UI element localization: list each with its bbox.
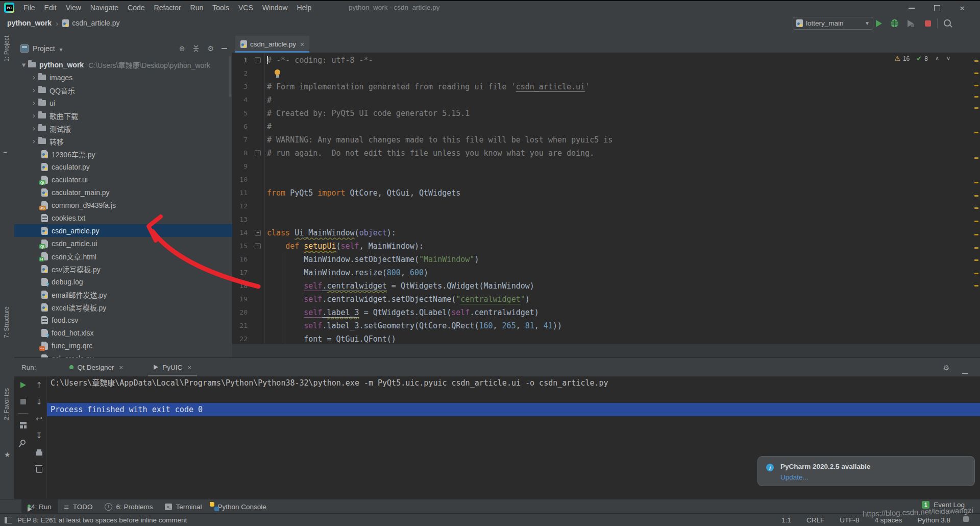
tree-folder-row[interactable]: ›歌曲下载 (14, 109, 232, 122)
tree-file-row[interactable]: csdn_article.py (14, 224, 232, 237)
status-item-4-spaces[interactable]: 4 spaces (874, 516, 902, 524)
code-text[interactable]: # (265, 120, 272, 133)
run-configuration-select[interactable]: lottery_main ▼ (793, 17, 873, 30)
close-tab-icon[interactable]: × (187, 364, 191, 371)
toolwindow-tab-6-problems[interactable]: !6: Problems (99, 499, 159, 514)
down-stack-trace-icon[interactable]: ↓ (32, 393, 46, 410)
menu-item-help[interactable]: Help (292, 4, 316, 12)
run-button[interactable] (876, 20, 882, 27)
status-message[interactable]: PEP 8: E261 at least two spaces before i… (17, 516, 187, 524)
run-tab-pyuic[interactable]: PyUIC× (151, 358, 194, 376)
code-text[interactable] (265, 67, 281, 80)
error-stripe-mark[interactable] (974, 234, 978, 235)
tree-file-row[interactable]: excel读写模板.py (14, 301, 232, 314)
chevron-right-icon[interactable]: › (30, 137, 38, 146)
error-stripe-mark[interactable] (974, 259, 978, 261)
close-tab-icon[interactable]: × (119, 364, 124, 371)
toolwindow-tab-4-run[interactable]: 4: Run (21, 499, 58, 514)
error-stripe-mark[interactable] (974, 195, 978, 197)
code-text[interactable] (265, 200, 267, 213)
menu-item-refactor[interactable]: Refactor (150, 4, 186, 12)
code-text[interactable] (265, 160, 267, 173)
fold-marker-icon[interactable] (248, 54, 265, 67)
code-text[interactable]: # Created by: PyQt5 UI code generator 5.… (265, 107, 470, 120)
status-item-python-3-8[interactable]: Python 3.8 (917, 516, 950, 524)
locate-file-icon[interactable]: ⊕ (179, 44, 185, 53)
project-scrollbar[interactable] (229, 56, 231, 97)
code-text[interactable]: self.centralwidget = QtWidgets.QWidget(M… (265, 279, 534, 293)
chevron-right-icon[interactable]: › (30, 86, 38, 95)
menu-item-file[interactable]: File (19, 4, 40, 12)
editor-tab[interactable]: csdn_article.py × (235, 36, 309, 53)
stop-button[interactable] (925, 20, 931, 27)
code-text[interactable] (265, 213, 267, 226)
error-stripe-mark[interactable] (974, 285, 978, 286)
error-stripe-mark[interactable] (974, 85, 978, 86)
code-text[interactable]: self.label_3.setGeometry(QtCore.QRect(16… (265, 319, 562, 332)
error-stripe-mark[interactable] (974, 60, 978, 62)
breadcrumb-file[interactable]: csdn_article.py (72, 19, 119, 27)
breadcrumb-project[interactable]: python_work (7, 19, 52, 27)
code-text[interactable]: # Form implementation generated from rea… (265, 80, 590, 93)
status-indicator-icon[interactable] (963, 516, 969, 522)
intention-bulb-icon[interactable] (274, 69, 281, 78)
code-area[interactable]: 1# -*- coding: utf-8 -*-23# Form impleme… (232, 53, 980, 345)
code-text[interactable]: MainWindow.resize(800, 600) (265, 266, 428, 279)
rerun-button[interactable] (14, 376, 32, 393)
toolwindow-tab-todo[interactable]: ≡TODO (58, 499, 99, 514)
tool-stripe-project[interactable]: 1: Project (3, 36, 10, 62)
tree-file-row[interactable]: email邮件发送.py (14, 288, 232, 301)
pin-tab-button[interactable] (14, 434, 32, 450)
tree-file-row[interactable]: JScommon_d9439fa.js (14, 199, 232, 211)
error-stripe-mark[interactable] (974, 182, 978, 183)
error-stripe-mark[interactable] (974, 273, 978, 274)
close-icon[interactable]: × (960, 4, 965, 13)
tree-folder-row[interactable]: ›测试版 (14, 122, 232, 135)
inspections-widget[interactable]: ⚠ 16 ✔ 8 ∧ ∨ (894, 55, 950, 62)
tree-folder-row[interactable]: ›QQ音乐 (14, 84, 232, 97)
up-stack-trace-icon[interactable]: ↑ (32, 376, 46, 393)
status-item-1-1[interactable]: 1:1 (781, 516, 791, 524)
menu-item-vcs[interactable]: VCS (234, 4, 258, 12)
error-stripe-mark[interactable] (974, 157, 978, 159)
menu-item-navigate[interactable]: Navigate (86, 4, 123, 12)
code-text[interactable]: from PyQt5 import QtCore, QtGui, QtWidge… (265, 186, 460, 200)
tree-folder-row[interactable]: ›转移 (14, 135, 232, 148)
gear-icon[interactable]: ⚙ (943, 364, 949, 372)
tree-file-row[interactable]: ?food_hot.xlsx (14, 326, 232, 339)
event-log-button[interactable]: 1 Event Log (922, 501, 965, 509)
code-text[interactable]: self.label_3 = QtWidgets.QLabel(self.cen… (265, 306, 539, 319)
code-text[interactable]: class Ui_MainWindow(object): (265, 226, 396, 240)
tree-folder-row[interactable]: ›images (14, 71, 232, 84)
collapse-all-icon[interactable] (192, 45, 200, 52)
tree-file-row[interactable]: ?debug.log (14, 275, 232, 288)
soft-wrap-icon[interactable]: ↩ (32, 410, 46, 427)
code-text[interactable] (265, 173, 267, 186)
menu-item-code[interactable]: Code (123, 4, 149, 12)
update-link[interactable]: Update... (780, 473, 808, 481)
code-text[interactable]: # run again. Do not edit this file unles… (265, 147, 594, 160)
tool-stripe-favorites[interactable]: 2: Favorites (3, 388, 10, 420)
maximize-icon[interactable] (934, 5, 940, 11)
menu-item-window[interactable]: Window (258, 4, 292, 12)
tree-file-row[interactable]: <>func_img.qrc (14, 339, 232, 352)
gear-icon[interactable]: ⚙ (207, 44, 214, 53)
tree-file-row[interactable]: caculator.py (14, 160, 232, 173)
toolwindow-tab-terminal[interactable]: >_Terminal (159, 499, 208, 514)
tree-folder-row[interactable]: ›ui (14, 97, 232, 109)
hide-panel-icon[interactable] (962, 367, 968, 376)
error-stripe-mark[interactable] (974, 221, 978, 222)
minimize-icon[interactable] (909, 8, 915, 9)
tree-file-row[interactable]: caculator_main.py (14, 186, 232, 199)
tree-file-row[interactable]: 12306车票.py (14, 148, 232, 160)
hide-panel-icon[interactable] (222, 48, 227, 49)
error-stripe-mark[interactable] (974, 207, 978, 209)
tree-file-row[interactable]: gcl_oracle.py (14, 352, 232, 357)
code-text[interactable]: self.centralwidget.setObjectName("centra… (265, 293, 530, 306)
chevron-down-icon[interactable]: ▾ (19, 60, 28, 69)
menu-item-run[interactable]: Run (186, 4, 208, 12)
error-stripe-mark[interactable] (974, 132, 978, 133)
toolwindow-tab-python-console[interactable]: Python Console (208, 499, 273, 514)
error-stripe-mark[interactable] (974, 73, 978, 74)
debug-button[interactable] (891, 19, 898, 27)
